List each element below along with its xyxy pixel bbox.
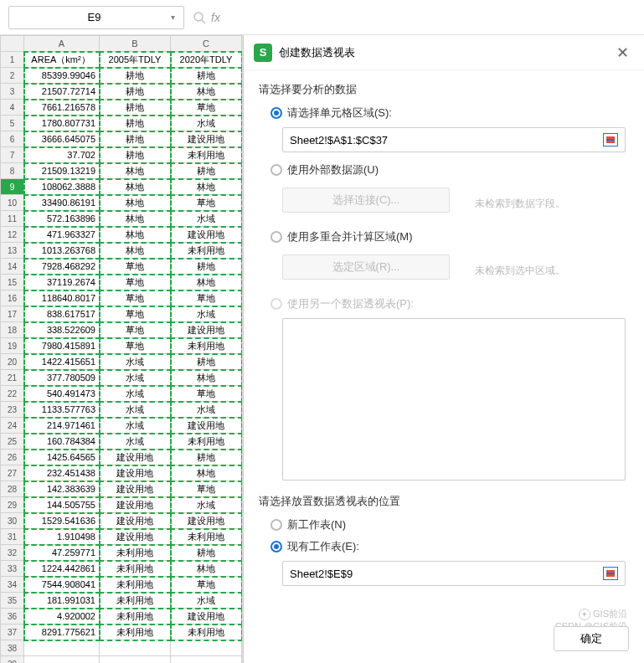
row-header[interactable]: 27: [1, 465, 24, 481]
range-selector-icon[interactable]: [603, 567, 618, 580]
range-selector-icon[interactable]: [603, 133, 618, 146]
row-header[interactable]: 16: [1, 290, 24, 306]
radio-existing-sheet[interactable]: 现有工作表(E):: [270, 539, 629, 554]
cell[interactable]: 160.784384: [24, 434, 100, 450]
cell[interactable]: 草地: [171, 577, 242, 593]
cell[interactable]: 建设用地: [100, 450, 171, 465]
cell[interactable]: 33490.86191: [24, 195, 100, 211]
cell[interactable]: 未利用地: [171, 624, 242, 640]
range-input-destination[interactable]: [282, 561, 626, 586]
cell[interactable]: 草地: [100, 322, 171, 338]
column-header[interactable]: B: [100, 36, 171, 52]
cell[interactable]: 214.971461: [24, 418, 100, 434]
cell[interactable]: 未利用地: [100, 609, 171, 624]
cell[interactable]: 1.910498: [24, 529, 100, 545]
row-header[interactable]: 8: [1, 163, 24, 179]
row-header[interactable]: 19: [1, 338, 24, 354]
row-header[interactable]: 31: [1, 529, 24, 545]
cell[interactable]: 草地: [171, 100, 242, 116]
cell[interactable]: 林地: [171, 179, 242, 195]
cell[interactable]: 耕地: [100, 84, 171, 100]
cell[interactable]: 338.522609: [24, 322, 100, 338]
cell[interactable]: 4.920002: [24, 609, 100, 624]
cell[interactable]: 林地: [171, 561, 242, 577]
cell[interactable]: 林地: [100, 195, 171, 211]
cell[interactable]: 838.617517: [24, 306, 100, 322]
row-header[interactable]: 3: [1, 84, 24, 100]
cell[interactable]: 1013.263768: [24, 243, 100, 259]
radio-cell-range[interactable]: 请选择单元格区域(S):: [270, 105, 629, 121]
cell[interactable]: 未利用地: [100, 593, 171, 609]
row-header[interactable]: 34: [1, 577, 24, 593]
cell[interactable]: 2005年TDLY: [100, 52, 171, 68]
cell[interactable]: 1133.577763: [24, 402, 100, 418]
cell[interactable]: [24, 656, 100, 664]
cell[interactable]: 1422.415651: [24, 354, 100, 370]
chevron-down-icon[interactable]: ▾: [171, 13, 175, 22]
row-header[interactable]: 11: [1, 211, 24, 227]
cell[interactable]: 水域: [171, 593, 242, 609]
cell[interactable]: 水域: [171, 402, 242, 418]
cell-reference-box[interactable]: E9 ▾: [8, 6, 184, 29]
cell[interactable]: 未利用地: [100, 545, 171, 561]
cell[interactable]: 林地: [171, 370, 242, 386]
cell[interactable]: 草地: [171, 290, 242, 306]
cell[interactable]: 水域: [100, 354, 171, 370]
row-header[interactable]: 18: [1, 322, 24, 338]
row-header[interactable]: 36: [1, 609, 24, 624]
cell[interactable]: 水域: [100, 434, 171, 450]
cell[interactable]: [24, 640, 100, 656]
cell[interactable]: AREA（km²）: [24, 52, 100, 68]
row-header[interactable]: 30: [1, 513, 24, 529]
range-input-field[interactable]: [290, 134, 603, 146]
radio-new-sheet[interactable]: 新工作表(N): [270, 517, 629, 532]
row-header[interactable]: 23: [1, 402, 24, 418]
cell[interactable]: 草地: [100, 306, 171, 322]
cell[interactable]: 未利用地: [100, 577, 171, 593]
cell[interactable]: 建设用地: [100, 513, 171, 529]
row-header[interactable]: 21: [1, 370, 24, 386]
row-header[interactable]: 24: [1, 418, 24, 434]
cell[interactable]: [171, 640, 242, 656]
cell[interactable]: 水域: [171, 211, 242, 227]
row-header[interactable]: 20: [1, 354, 24, 370]
cell[interactable]: 草地: [171, 386, 242, 402]
dest-input-field[interactable]: [290, 568, 603, 580]
row-header[interactable]: 1: [1, 52, 24, 68]
cell[interactable]: 144.505755: [24, 497, 100, 513]
row-header[interactable]: 12: [1, 227, 24, 243]
row-header[interactable]: 7: [1, 147, 24, 163]
cell[interactable]: 耕地: [100, 131, 171, 147]
cell[interactable]: 540.491473: [24, 386, 100, 402]
cell[interactable]: 1425.64565: [24, 450, 100, 465]
cell[interactable]: 林地: [171, 465, 242, 481]
cell[interactable]: 未利用地: [171, 243, 242, 259]
cell[interactable]: 建设用地: [100, 465, 171, 481]
cell[interactable]: 草地: [171, 481, 242, 497]
column-header[interactable]: C: [171, 36, 242, 52]
row-header[interactable]: 37: [1, 624, 24, 640]
cell[interactable]: 1529.541636: [24, 513, 100, 529]
close-icon[interactable]: ✕: [611, 42, 634, 64]
cell[interactable]: 水域: [100, 402, 171, 418]
cell[interactable]: 471.963327: [24, 227, 100, 243]
ok-button[interactable]: 确定: [554, 626, 629, 651]
cell[interactable]: 建设用地: [171, 131, 242, 147]
row-header[interactable]: 13: [1, 243, 24, 259]
cell[interactable]: 林地: [100, 179, 171, 195]
row-header[interactable]: 33: [1, 561, 24, 577]
cell[interactable]: 未利用地: [171, 529, 242, 545]
cell[interactable]: 林地: [100, 243, 171, 259]
cell[interactable]: 1780.807731: [24, 116, 100, 131]
cell[interactable]: 水域: [100, 370, 171, 386]
cell[interactable]: 水域: [171, 497, 242, 513]
cell[interactable]: 7661.216578: [24, 100, 100, 116]
cell[interactable]: 水域: [171, 306, 242, 322]
cell[interactable]: 草地: [100, 338, 171, 354]
row-header[interactable]: 35: [1, 593, 24, 609]
cell[interactable]: 未利用地: [171, 147, 242, 163]
cell[interactable]: 47.259771: [24, 545, 100, 561]
row-header[interactable]: 9: [1, 179, 24, 195]
radio-external-source[interactable]: 使用外部数据源(U): [270, 162, 629, 177]
row-header[interactable]: 25: [1, 434, 24, 450]
